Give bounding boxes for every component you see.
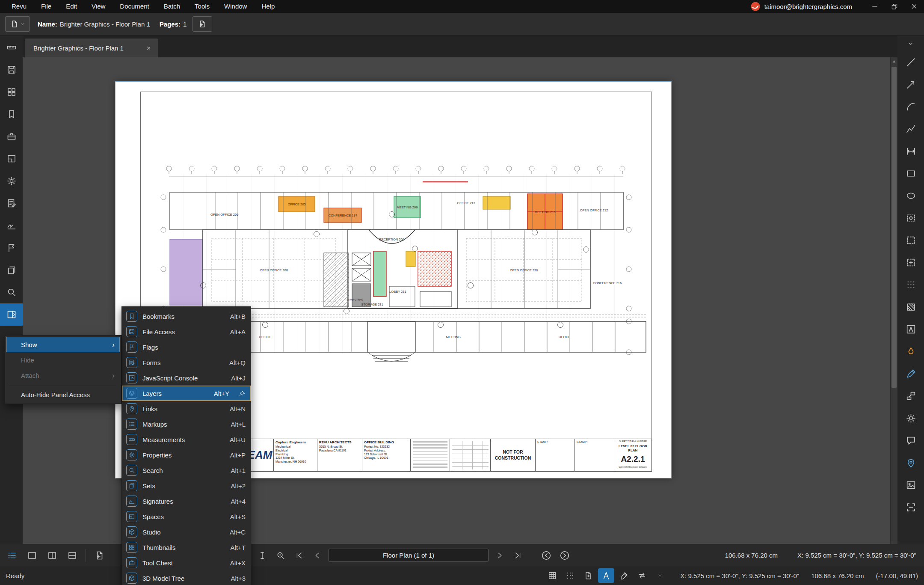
menu-file[interactable]: File [34,0,59,13]
flags-panel-button[interactable] [0,237,23,259]
first-page-icon[interactable] [292,548,306,563]
panels-item-shortcut: Alt+C [230,529,246,536]
place-pin-tool-button[interactable] [897,451,924,474]
sync-options-dropdown[interactable] [652,568,668,583]
comment-tool-button[interactable] [897,429,924,451]
scrollbar-thumb[interactable] [891,67,897,388]
compass-tool[interactable] [598,568,614,583]
tab-close-icon[interactable] [143,42,154,53]
search-panel-button[interactable] [0,281,23,303]
vertical-scrollbar[interactable]: ▲ [890,57,897,544]
detach-page-button[interactable] [89,544,110,566]
highlight-tool-button[interactable] [897,340,924,362]
select-text-icon[interactable] [255,548,270,563]
single-pane-button[interactable] [22,544,42,566]
panels-item-measurements[interactable]: MeasurementsAlt+U [122,432,251,447]
polyline-tool-button[interactable] [897,118,924,140]
menu-tools[interactable]: Tools [187,0,217,13]
snap-to-grid-toggle[interactable] [562,568,578,583]
menu-edit[interactable]: Edit [59,0,84,13]
panels-item-studio[interactable]: StudioAlt+C [122,524,251,540]
panels-item-flags[interactable]: Flags [122,339,251,355]
context-item-auto-hide-panel-access[interactable]: Auto-Hide Panel Access [6,387,120,402]
pen-tool-button[interactable] [897,362,924,385]
grid-region-tool-button[interactable] [897,273,924,296]
snapshot-tool-button[interactable] [897,207,924,229]
line-tool-button[interactable] [897,51,924,73]
show-grid-toggle[interactable] [544,568,560,583]
panels-item-spaces[interactable]: SpacesAlt+S [122,509,251,524]
document-menu-button[interactable] [5,16,30,32]
crop-tool-button[interactable] [897,251,924,273]
ocr-region-tool-button[interactable] [897,496,924,518]
panel-access-button[interactable] [0,303,23,326]
bookmarks-panel-button[interactable] [0,103,23,125]
image-tool-button[interactable] [897,474,924,496]
menu-help[interactable]: Help [254,0,282,13]
close-button[interactable] [904,0,924,13]
document-tab[interactable]: Brighter Graphics - Floor Plan 1 [25,39,158,57]
panels-item-signatures[interactable]: SignaturesAlt+4 [122,493,251,509]
tool-chest-panel-button[interactable] [0,125,23,148]
ink-tool[interactable] [616,568,632,583]
select-region-tool-button[interactable] [897,229,924,251]
properties-panel-button[interactable] [0,170,23,192]
ellipse-tool-button[interactable] [897,184,924,207]
panels-item-thumbnails[interactable]: ThumbnailsAlt+T [122,540,251,555]
name-label: Name: [38,21,57,28]
panels-item-tool-chest[interactable]: Tool ChestAlt+X [122,555,251,570]
dimension-tool-button[interactable] [897,140,924,162]
panels-item-links[interactable]: LinksAlt+N [122,401,251,416]
previous-view-icon[interactable] [539,548,554,563]
last-page-icon[interactable] [511,548,525,563]
next-view-icon[interactable] [557,548,572,563]
panels-item-3d-model-tree[interactable]: 3D Model TreeAlt+3 [122,570,251,585]
page-setup-button[interactable] [192,16,212,32]
panels-item-bookmarks[interactable]: BookmarksAlt+B [122,309,251,324]
restore-button[interactable] [885,0,904,13]
panels-item-file-access[interactable]: File AccessAlt+A [122,324,251,339]
reuse-markup-toggle[interactable] [580,568,596,583]
minimize-button[interactable] [865,0,885,13]
sync-views-toggle[interactable] [634,568,650,583]
arrow-tool-button[interactable] [897,73,924,95]
signatures-panel-button[interactable] [0,214,23,237]
panels-item-markups[interactable]: MarkupsAlt+L [122,416,251,432]
split-horizontal-button[interactable] [62,544,82,566]
thumbnails-panel-button[interactable] [0,81,23,103]
menu-batch[interactable]: Batch [157,0,187,13]
menu-window[interactable]: Window [217,0,254,13]
measurements-panel-button[interactable] [0,36,23,59]
text-box-tool-button[interactable] [897,318,924,340]
sets-panel-button[interactable] [0,259,23,281]
toolbar-chevron-icon[interactable] [897,36,924,51]
rectangle-tool-button[interactable] [897,162,924,184]
callout-tool-button[interactable] [897,385,924,407]
context-item-show[interactable]: Show› [6,337,120,352]
scroll-up-icon[interactable]: ▲ [891,57,897,65]
page-field[interactable]: Floor Plan (1 of 1) [329,549,489,562]
tool-settings-button[interactable] [897,407,924,429]
context-item-attach[interactable]: Attach› [6,368,120,383]
arc-tool-button[interactable] [897,95,924,118]
forms-panel-button[interactable] [0,192,23,214]
pin-icon[interactable] [238,389,246,397]
panels-item-javascript-console[interactable]: JavaScript ConsoleAlt+J [122,370,251,386]
panels-item-properties[interactable]: PropertiesAlt+P [122,447,251,463]
file-access-panel-button[interactable] [0,59,23,81]
panels-item-search[interactable]: SearchAlt+1 [122,463,251,478]
next-page-icon[interactable] [492,548,507,563]
split-vertical-button[interactable] [42,544,62,566]
markups-list-toggle[interactable] [2,544,22,566]
panels-item-layers[interactable]: LayersAlt+Y [122,386,251,401]
hatch-tool-button[interactable] [897,296,924,318]
previous-page-icon[interactable] [310,548,325,563]
panels-item-sets[interactable]: SetsAlt+2 [122,478,251,493]
context-item-hide[interactable]: Hide [6,352,120,368]
menu-document[interactable]: Document [113,0,156,13]
menu-revu[interactable]: Revu [4,0,34,13]
panels-item-forms[interactable]: FormsAlt+Q [122,355,251,370]
zoom-icon[interactable] [273,548,288,563]
menu-view[interactable]: View [84,0,113,13]
spaces-panel-button[interactable] [0,148,23,170]
